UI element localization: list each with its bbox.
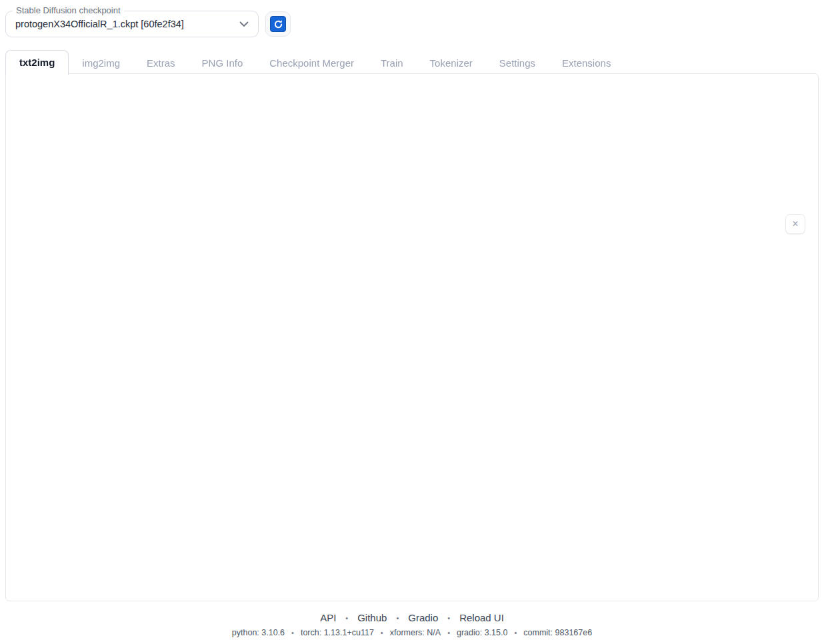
txt2img-page: Stable Diffusion checkpoint protogenX34O… [0, 0, 824, 644]
reload-ui-link[interactable]: Reload UI [459, 612, 504, 623]
tab-extensions[interactable]: Extensions [549, 51, 624, 74]
close-icon: × [792, 218, 798, 230]
chevron-down-icon [239, 21, 249, 27]
tab-settings[interactable]: Settings [486, 51, 549, 74]
gradio-link[interactable]: Gradio [408, 612, 438, 623]
checkpoint-label: Stable Diffusion checkpoint [13, 5, 124, 15]
api-link[interactable]: API [320, 612, 336, 623]
main-tabs: txt2img img2img Extras PNG Info Checkpoi… [5, 49, 624, 74]
xformers-version: xformers: N/A [390, 628, 441, 637]
refresh-icon [270, 16, 286, 32]
footer-versions: python: 3.10.6• torch: 1.13.1+cu117• xfo… [0, 628, 824, 637]
tab-checkpoint-merger[interactable]: Checkpoint Merger [256, 51, 367, 74]
tab-png-info[interactable]: PNG Info [189, 51, 257, 74]
tab-txt2img[interactable]: txt2img [5, 50, 69, 75]
checkpoint-value: protogenX34OfficialR_1.ckpt [60fe2f34] [15, 19, 239, 29]
footer-links: API• Github• Gradio• Reload UI [0, 612, 824, 623]
checkpoint-select[interactable]: Stable Diffusion checkpoint protogenX34O… [5, 11, 259, 37]
gradio-version: gradio: 3.15.0 [457, 628, 507, 637]
github-link[interactable]: Github [357, 612, 387, 623]
tab-extras[interactable]: Extras [133, 51, 189, 74]
commit-hash: commit: 983167e6 [523, 628, 592, 637]
tab-tokenizer[interactable]: Tokenizer [417, 51, 486, 74]
refresh-checkpoint-button[interactable] [265, 11, 291, 37]
txt2img-panel [5, 73, 819, 601]
tab-train[interactable]: Train [367, 51, 417, 74]
python-version: python: 3.10.6 [232, 628, 285, 637]
tab-img2img[interactable]: img2img [69, 51, 133, 74]
torch-version: torch: 1.13.1+cu117 [301, 628, 374, 637]
close-gallery-button[interactable]: × [785, 214, 805, 234]
